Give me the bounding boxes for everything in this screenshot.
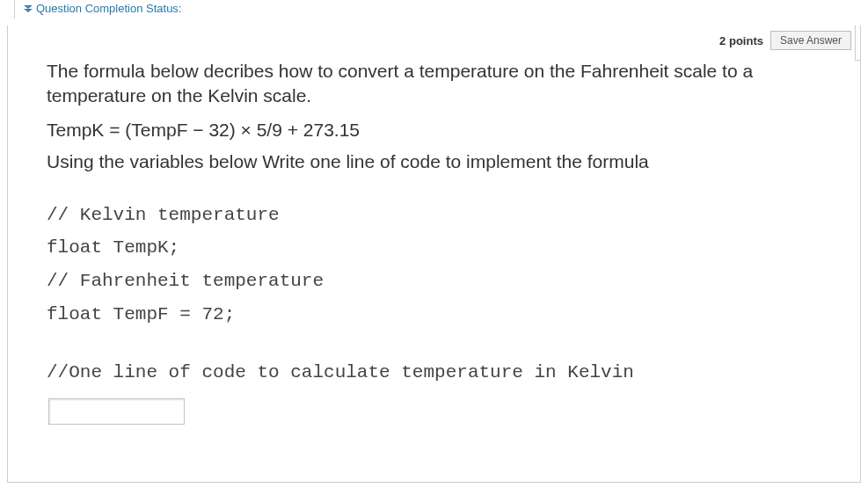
points-label: 2 points <box>719 34 763 47</box>
code-line: // Fahrenheit temperature <box>47 265 821 298</box>
completion-status-label[interactable]: Question Completion Status: <box>36 2 181 15</box>
code-line: float TempF = 72; <box>47 298 821 331</box>
chevron-down-icon[interactable] <box>24 4 33 13</box>
code-line: //One line of code to calculate temperat… <box>47 356 821 389</box>
question-content: The formula below decribes how to conver… <box>8 25 860 433</box>
answer-input[interactable] <box>48 398 185 425</box>
code-line: // Kelvin temperature <box>47 199 821 232</box>
code-line: float TempK; <box>47 231 821 265</box>
svg-marker-1 <box>24 9 33 12</box>
panel-border-decor <box>855 25 860 61</box>
question-formula: TempK = (TempF − 32) × 5/9 + 273.15 <box>47 120 821 141</box>
question-instruction: Using the variables below Write one line… <box>47 151 821 172</box>
question-panel: 2 points Save Answer The formula below d… <box>7 25 861 483</box>
question-header-right: 2 points Save Answer <box>719 31 851 50</box>
svg-marker-0 <box>24 5 33 9</box>
save-answer-button[interactable]: Save Answer <box>770 31 851 50</box>
question-paragraph: The formula below decribes how to conver… <box>47 59 821 109</box>
question-header-cutoff: Question 1 <box>7 18 868 25</box>
completion-status-bar: Question Completion Status: <box>14 0 868 18</box>
